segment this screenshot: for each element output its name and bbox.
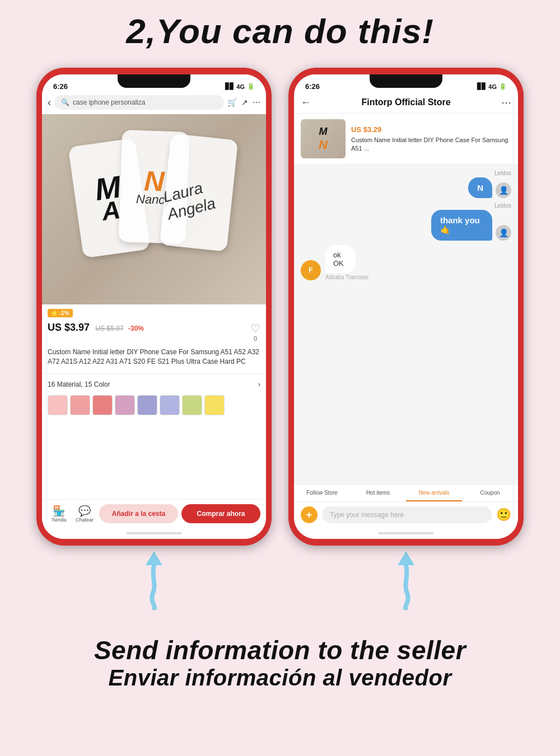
tab-coupon[interactable]: Coupon	[462, 485, 518, 501]
chat-nav-tabs: Follow Store Hot items New arrivals Coup…	[294, 485, 518, 501]
swatch-8[interactable]	[204, 395, 225, 415]
home-bar-left	[126, 532, 182, 534]
chatear-icon: 💬	[78, 505, 91, 517]
tab-follow-store[interactable]: Follow Store	[294, 485, 350, 501]
share-icon-left[interactable]: ↗	[241, 98, 248, 107]
signal-icon-left: ▊▊	[225, 83, 234, 90]
phone-left-wrapper: 6:26 ▊▊ 4G 🔋 ‹ 🔍 case iphone personaliza	[36, 68, 272, 546]
bottom-text-area: Send information to the seller Enviar in…	[94, 635, 466, 691]
heart-button[interactable]: ♡ 0	[250, 322, 260, 342]
arrows-row: .arrow-path { fill: none; stroke: #87cee…	[6, 554, 554, 621]
chevron-right-icon: ›	[258, 381, 260, 388]
phone-left-outer: 6:26 ▊▊ 4G 🔋 ‹ 🔍 case iphone personaliza	[36, 68, 272, 546]
tienda-label: Tienda	[51, 517, 66, 523]
msg-ok-bubble: ok OK	[325, 245, 356, 273]
msg-ok1: ok	[333, 251, 348, 259]
chat-more-icon[interactable]: ⋯	[501, 96, 511, 109]
product-thumb-chat: M N	[301, 119, 346, 158]
chatear-label: Chatear	[76, 517, 94, 523]
user-avatar-2: 👤	[496, 225, 511, 241]
network-right: 4G	[488, 83, 497, 90]
phone-right-wrapper: 6:26 ▊▊ 4G 🔋 ← Fintorp Official Store ⋯	[288, 68, 524, 546]
product-image-placeholder: M A N Nancy	[42, 114, 266, 304]
color-swatches	[42, 393, 266, 420]
chat-back-button[interactable]: ←	[301, 97, 311, 109]
main-title: 2,You can do this!	[126, 11, 434, 51]
leidos-1: Leídos	[494, 170, 511, 176]
search-icons-left: 🛒 ↗ ⋯	[227, 98, 260, 107]
product-image-area-left: M A N Nancy	[42, 114, 266, 304]
home-bar-right	[378, 532, 434, 534]
product-info-chat: US $3.29 Custom Name Initial letter DIY …	[351, 125, 511, 152]
phone-right-outer: 6:26 ▊▊ 4G 🔋 ← Fintorp Official Store ⋯	[288, 68, 524, 546]
search-text-left: case iphone personaliza	[73, 98, 145, 106]
add-to-cart-button[interactable]: Añadir a la cesta	[99, 504, 178, 523]
discount-badge: ⭐ -1%	[48, 309, 73, 317]
leidos-2: Leídos	[494, 203, 511, 209]
cart-icon-left[interactable]: 🛒	[227, 98, 237, 107]
arrow-right-area: .arrow-path2 { fill: none; stroke: #87ce…	[288, 554, 524, 621]
chat-input-row: + Type your message here 🙂	[294, 501, 518, 528]
msg-N-group: Leídos N 👤	[301, 170, 511, 198]
tab-hot-items[interactable]: Hot items	[350, 485, 406, 501]
swatch-3[interactable]	[92, 395, 113, 415]
arrow-left-svg: .arrow-path { fill: none; stroke: #87cee…	[126, 548, 182, 610]
cases-visual: M A N Nancy	[76, 125, 232, 293]
price-old: US $5.07	[96, 325, 124, 332]
buy-now-button[interactable]: Comprar ahora	[181, 504, 260, 523]
back-button-left[interactable]: ‹	[48, 97, 51, 109]
swatch-1[interactable]	[48, 395, 68, 415]
search-icon-left: 🔍	[61, 98, 69, 106]
tienda-icon: 🏪	[53, 505, 65, 517]
phone-notch-left	[118, 74, 190, 88]
search-input-box-left[interactable]: 🔍 case iphone personaliza	[54, 95, 224, 110]
user-avatar-1: 👤	[496, 182, 511, 198]
store-name: Fintorp Official Store	[315, 97, 497, 107]
msg-ok-group: F ok OK Alibaba Translate	[301, 245, 511, 280]
tab-new-arrivals[interactable]: New arrivals	[406, 485, 462, 501]
status-right-right: ▊▊ 4G 🔋	[477, 83, 507, 90]
home-indicator-left	[42, 528, 266, 539]
emoji-button[interactable]: 🙂	[496, 508, 511, 522]
status-right-left: ▊▊ 4G 🔋	[225, 83, 255, 90]
msg-thankyou-row: thank you🤙 👤	[424, 210, 511, 241]
status-time-right: 6:26	[305, 82, 320, 91]
swatch-4[interactable]	[115, 395, 135, 415]
arrow-right-svg: .arrow-path2 { fill: none; stroke: #87ce…	[378, 548, 434, 610]
signal-icon-right: ▊▊	[477, 83, 486, 90]
chat-input-field[interactable]: Type your message here	[322, 506, 492, 523]
translate-label[interactable]: Alibaba Translate	[325, 274, 368, 280]
arrow-left-area: .arrow-path { fill: none; stroke: #87cee…	[36, 554, 272, 621]
discount-badge-row: ⭐ -1%	[42, 304, 266, 321]
tienda-nav-btn[interactable]: 🏪 Tienda	[48, 505, 70, 523]
arrow-line-right	[405, 565, 408, 610]
phone-notch-right	[370, 74, 442, 88]
swatch-2[interactable]	[70, 395, 90, 415]
price-main: US $3.97	[48, 322, 90, 333]
phones-row: 6:26 ▊▊ 4G 🔋 ‹ 🔍 case iphone personaliza	[6, 68, 554, 546]
chat-header: ← Fintorp Official Store ⋯	[294, 93, 518, 114]
chatear-nav-btn[interactable]: 💬 Chatear	[73, 505, 96, 523]
swatch-5[interactable]	[137, 395, 157, 415]
swatch-7[interactable]	[182, 395, 202, 415]
msg-ok2: OK	[333, 259, 348, 267]
product-price-chat: US $3.29	[351, 125, 511, 134]
plus-button[interactable]: +	[301, 506, 318, 523]
status-time-left: 6:26	[53, 82, 68, 91]
bottom-line2: Enviar información al vendedor	[94, 665, 466, 691]
material-label: 16 Material, 15 Color	[48, 381, 110, 388]
search-bar-left[interactable]: ‹ 🔍 case iphone personaliza 🛒 ↗ ⋯	[42, 93, 266, 114]
product-title-left: Custom Name Initial letter DIY Phone Cas…	[42, 345, 266, 371]
chat-messages-area: Leídos N 👤 Leídos thank you🤙 👤	[294, 165, 518, 485]
heart-icon: ♡	[250, 322, 260, 335]
material-row[interactable]: 16 Material, 15 Color ›	[42, 376, 266, 393]
chat-product-preview[interactable]: M N US $3.29 Custom Name Initial letter …	[294, 114, 518, 165]
network-left: 4G	[236, 83, 245, 90]
price-discount: -30%	[128, 325, 144, 332]
divider-1	[42, 373, 266, 374]
bottom-nav-bar-left: 🏪 Tienda 💬 Chatear Añadir a la cesta Com…	[42, 499, 266, 528]
more-icon-left[interactable]: ⋯	[253, 98, 260, 107]
swatch-6[interactable]	[160, 395, 180, 415]
msg-ok-content: ok OK Alibaba Translate	[325, 245, 368, 280]
price-row-left: US $3.97 US $5.07 -30% ♡ 0	[42, 321, 266, 345]
